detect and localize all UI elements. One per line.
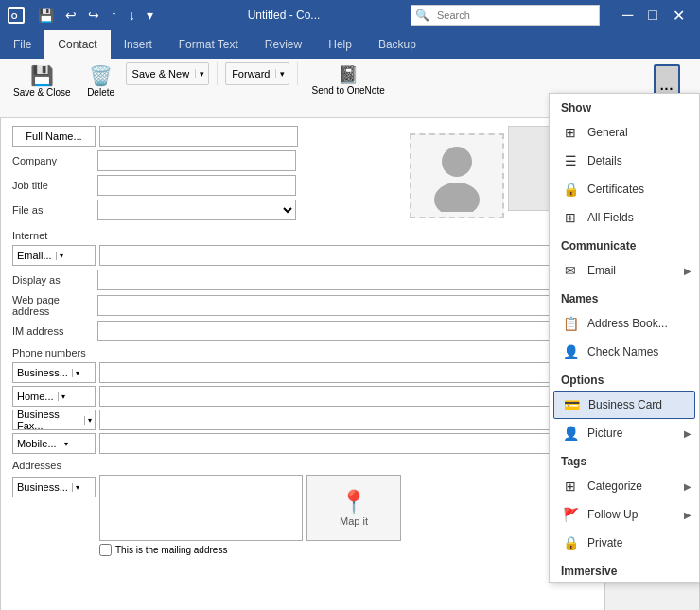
- tab-format-text[interactable]: Format Text: [166, 30, 252, 59]
- fullname-input[interactable]: [99, 126, 298, 147]
- business-phone-dropdown[interactable]: Business... ▾: [12, 362, 96, 383]
- categorize-icon: ⊞: [561, 477, 580, 496]
- svg-point-2: [442, 147, 472, 177]
- imaddress-row: IM address: [12, 321, 593, 341]
- biz-fax-dropdown[interactable]: Business Fax... ▾: [12, 410, 96, 430]
- address-row: Business... ▾ 📍 Map it: [12, 475, 593, 541]
- company-row: Company: [12, 150, 394, 171]
- fullname-row: Full Name...: [12, 126, 394, 147]
- save-new-arrow[interactable]: ▾: [195, 69, 208, 78]
- mailing-checkbox[interactable]: [99, 544, 112, 556]
- fileas-label: File as: [12, 204, 97, 216]
- tab-file[interactable]: File: [0, 30, 44, 59]
- contact-photo[interactable]: [410, 133, 504, 218]
- close-btn[interactable]: ✕: [665, 7, 692, 25]
- menu-private[interactable]: 🔒 Private: [550, 529, 699, 557]
- up-btn[interactable]: ↑: [107, 6, 121, 25]
- addresses-section-label: Addresses: [12, 460, 593, 471]
- biz-fax-input[interactable]: [99, 410, 593, 430]
- window-controls: ─ □ ✕: [615, 7, 692, 25]
- full-name-button[interactable]: Full Name...: [12, 126, 96, 147]
- jobtitle-row: Job title: [12, 175, 394, 196]
- forward-button[interactable]: Forward ▾: [225, 62, 289, 85]
- company-label: Company: [12, 155, 97, 166]
- photo-placeholder-icon: [429, 141, 485, 212]
- phone-section-label: Phone numbers: [12, 347, 593, 358]
- ribbon-tabs: File Contact Insert Format Text Review H…: [0, 30, 700, 59]
- email-row: Email... ▾: [12, 245, 593, 266]
- menu-business-card[interactable]: 💳 Business Card: [553, 391, 695, 419]
- delete-button[interactable]: 🗑️ Delete: [80, 62, 122, 101]
- address-textarea[interactable]: [99, 475, 303, 541]
- email-input[interactable]: [99, 245, 593, 266]
- displayas-label: Display as: [12, 274, 97, 286]
- mobile-phone-dropdown[interactable]: Mobile... ▾: [12, 433, 96, 454]
- mobile-phone-input[interactable]: [99, 433, 593, 454]
- save-quick-btn[interactable]: 💾: [34, 6, 58, 25]
- business-phone-input[interactable]: [99, 362, 593, 383]
- menu-categorize[interactable]: ⊞ Categorize ▶: [550, 472, 699, 500]
- fileas-select[interactable]: [97, 200, 296, 220]
- down-btn[interactable]: ↓: [125, 6, 139, 25]
- home-phone-dropdown[interactable]: Home... ▾: [12, 386, 96, 407]
- tab-backup[interactable]: Backup: [365, 30, 429, 59]
- names-section-title: Names: [550, 285, 699, 309]
- tags-section-title: Tags: [550, 447, 699, 472]
- mobile-phone-row: Mobile... ▾: [12, 433, 593, 454]
- onenote-icon: 📓: [338, 66, 359, 83]
- tab-review[interactable]: Review: [252, 30, 315, 59]
- tab-contact[interactable]: Contact: [44, 30, 110, 59]
- categorize-arrow: ▶: [684, 481, 691, 492]
- address-dropdown[interactable]: Business... ▾: [12, 477, 96, 497]
- form-area-wrapper: Full Name... Company Job title: [0, 118, 605, 610]
- menu-address-book[interactable]: 📋 Address Book...: [550, 309, 699, 338]
- search-box[interactable]: 🔍: [411, 5, 600, 26]
- mailing-checkbox-row: This is the mailing address: [99, 544, 593, 556]
- displayas-input[interactable]: [97, 270, 593, 290]
- tab-help[interactable]: Help: [315, 30, 365, 59]
- svg-text:O: O: [11, 11, 18, 21]
- customize-btn[interactable]: ▾: [143, 6, 157, 25]
- menu-follow-up[interactable]: 🚩 Follow Up ▶: [550, 500, 699, 529]
- svg-point-3: [434, 183, 480, 212]
- menu-details[interactable]: ☰ Details: [550, 147, 699, 175]
- home-phone-input[interactable]: [99, 386, 593, 407]
- business-card-icon: 💳: [562, 395, 581, 414]
- menu-check-names[interactable]: 👤 Check Names: [550, 338, 699, 366]
- save-close-button[interactable]: 💾 Save & Close: [8, 62, 77, 101]
- map-it-button[interactable]: 📍 Map it: [306, 475, 401, 541]
- email-dropdown[interactable]: Email... ▾: [12, 245, 96, 266]
- title-bar: O 💾 ↩ ↪ ↑ ↓ ▾ Untitled - Co... 🔍 ─ □ ✕: [0, 0, 700, 30]
- communicate-section-title: Communicate: [550, 232, 699, 256]
- menu-certificates[interactable]: 🔒 Certificates: [550, 175, 699, 203]
- context-menu: Show ⊞ General ☰ Details 🔒 Certificates …: [549, 93, 700, 583]
- search-input[interactable]: [433, 9, 599, 21]
- top-section: Full Name... Company Job title: [12, 126, 593, 224]
- map-icon: 📍: [340, 489, 368, 515]
- tab-insert[interactable]: Insert: [111, 30, 166, 59]
- webpage-input[interactable]: [97, 295, 593, 316]
- menu-picture[interactable]: 👤 Picture ▶: [550, 419, 699, 447]
- maximize-btn[interactable]: □: [640, 7, 665, 25]
- send-onenote-button[interactable]: 📓 Send to OneNote: [306, 62, 390, 99]
- minimize-btn[interactable]: ─: [615, 7, 640, 25]
- title-bar-left: O 💾 ↩ ↪ ↑ ↓ ▾: [8, 6, 157, 25]
- imaddress-input[interactable]: [97, 321, 593, 341]
- delete-icon: 🗑️: [89, 66, 113, 85]
- redo-btn[interactable]: ↪: [84, 6, 103, 25]
- follow-up-arrow: ▶: [684, 510, 691, 520]
- biz-fax-row: Business Fax... ▾: [12, 410, 593, 430]
- all-fields-icon: ⊞: [561, 208, 580, 227]
- home-phone-row: Home... ▾: [12, 386, 593, 407]
- menu-all-fields[interactable]: ⊞ All Fields: [550, 203, 699, 232]
- follow-up-icon: 🚩: [561, 505, 580, 524]
- form-scroll: Full Name... Company Job title: [1, 118, 604, 610]
- jobtitle-input[interactable]: [97, 175, 296, 196]
- menu-email[interactable]: ✉ Email ▶: [550, 256, 699, 285]
- forward-arrow[interactable]: ▾: [275, 69, 289, 78]
- quick-access: 💾 ↩ ↪ ↑ ↓ ▾: [34, 6, 157, 25]
- company-input[interactable]: [97, 150, 296, 171]
- undo-btn[interactable]: ↩: [61, 6, 80, 25]
- save-new-button[interactable]: Save & New ▾: [126, 62, 210, 85]
- menu-general[interactable]: ⊞ General: [550, 118, 699, 147]
